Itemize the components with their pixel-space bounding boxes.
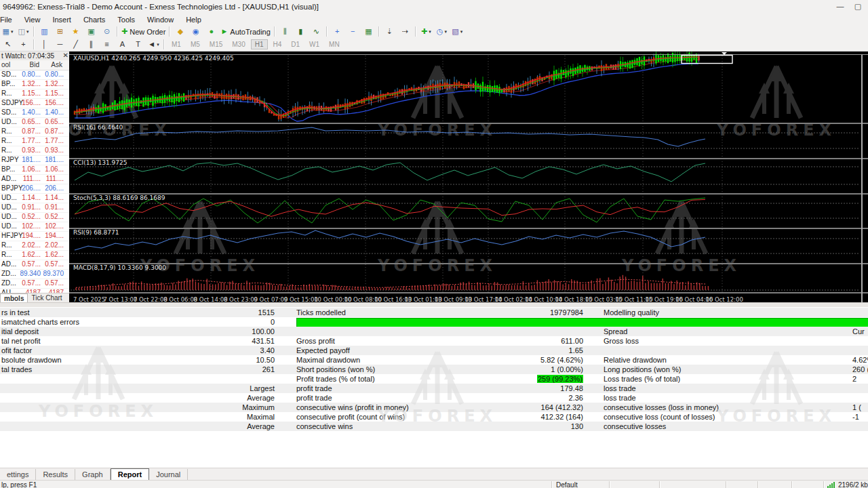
menu-file[interactable]: File xyxy=(0,16,18,24)
line-chart-button[interactable]: ∿ xyxy=(309,25,323,38)
tester-tab-results[interactable]: Results xyxy=(36,469,75,481)
tester-tab-ettings[interactable]: ettings xyxy=(0,469,36,481)
timeframe-mn[interactable]: MN xyxy=(325,39,344,49)
horizontal-line-tool[interactable]: ─ xyxy=(53,38,67,51)
metaeditor-button[interactable]: ◆ xyxy=(173,25,187,38)
column-ask[interactable]: Ask xyxy=(51,61,62,68)
timeframe-m5[interactable]: M5 xyxy=(186,39,204,49)
close-icon[interactable]: ✕ xyxy=(63,52,68,60)
channel-tool[interactable]: ∥ xyxy=(84,38,98,51)
time-axis-label[interactable]: 8 Oct 14:00 xyxy=(194,296,228,302)
timeframe-m1[interactable]: M1 xyxy=(167,39,185,49)
cursor-tool[interactable]: ↖ xyxy=(1,38,15,51)
timeframe-w1[interactable]: W1 xyxy=(305,39,323,49)
market-watch-row[interactable]: UD...102....102.... xyxy=(0,222,69,232)
market-watch-row[interactable]: SD...0.80...0.80... xyxy=(0,70,69,80)
text-tool[interactable]: A xyxy=(115,38,130,51)
column-symbol[interactable]: ool xyxy=(1,61,10,68)
market-watch-row[interactable]: BP...1.32...1.32... xyxy=(0,79,69,89)
market-watch-row[interactable]: HFJPY194....194.... xyxy=(0,231,69,241)
time-axis-label[interactable]: 8 Oct 23:00 xyxy=(224,296,258,302)
market-watch-row[interactable]: SD...1.40...1.40... xyxy=(0,108,69,118)
market-watch-tab-mbols[interactable]: mbols xyxy=(0,293,28,303)
tester-tab-journal[interactable]: Journal xyxy=(149,469,188,481)
arrows-dropdown[interactable]: ◄▾ xyxy=(146,38,161,51)
market-watch-row[interactable]: R...1.15...1.15... xyxy=(0,89,69,99)
chart-shift-toggle[interactable]: ⇢ xyxy=(398,25,412,38)
new-order-button[interactable]: ✚New Order xyxy=(121,25,166,38)
timeframe-d1[interactable]: D1 xyxy=(287,39,304,49)
market-watch-row[interactable]: BPJPY206....206.... xyxy=(0,184,69,194)
pane-separator[interactable] xyxy=(69,263,868,264)
auto-scroll-toggle[interactable]: ⇣ xyxy=(382,25,397,38)
navigator-toggle[interactable]: ★ xyxy=(68,25,83,38)
vertical-line-tool[interactable]: │ xyxy=(37,38,52,51)
time-axis-label[interactable]: 16 Oct 12:00 xyxy=(705,296,743,302)
timeframe-h4[interactable]: H4 xyxy=(269,39,286,49)
terminal-toggle[interactable]: ▣ xyxy=(84,25,98,38)
profiles-dropdown[interactable]: ◫▾ xyxy=(16,25,31,38)
fibonacci-tool[interactable]: ≡ xyxy=(100,38,114,51)
status-profile[interactable]: Default xyxy=(556,481,578,488)
expert-advisors-button[interactable]: ◉ xyxy=(189,25,203,38)
market-watch-row[interactable]: R...2.02...2.02... xyxy=(0,241,69,251)
label-tool[interactable]: T xyxy=(131,38,145,51)
menu-view[interactable]: View xyxy=(18,16,47,24)
market-watch-toggle[interactable]: ▥ xyxy=(37,25,52,38)
market-watch-row[interactable]: UD...0.91...0.91... xyxy=(0,203,69,213)
market-watch-row[interactable]: AD...111....111.... xyxy=(0,174,69,184)
market-watch-tab-tick-chart[interactable]: Tick Chart xyxy=(28,293,65,303)
periods-dropdown[interactable]: ◷▾ xyxy=(435,25,449,38)
chart-window[interactable]: YOFOREXYOFOREXYOFOREXYOFOREXYOFOREXYOFOR… xyxy=(69,52,868,302)
market-watch-row[interactable]: R...1.62...1.62... xyxy=(0,250,69,260)
pane-separator[interactable] xyxy=(69,158,868,159)
market-watch-row[interactable]: ZD...89.34089.370 xyxy=(0,269,69,279)
maximize-button[interactable]: ▢ xyxy=(850,2,865,12)
data-window-toggle[interactable]: ⊞ xyxy=(53,25,67,38)
indicators-dropdown[interactable]: ✚▾ xyxy=(419,25,433,38)
market-watch-row[interactable]: BP...1.06...1.06... xyxy=(0,165,69,175)
market-watch-row[interactable]: RJPY181....181.... xyxy=(0,155,69,165)
timeframe-h1[interactable]: H1 xyxy=(251,39,268,49)
tester-tab-graph[interactable]: Graph xyxy=(75,469,111,481)
menu-insert[interactable]: Insert xyxy=(46,16,77,24)
new-chart-dropdown[interactable]: ▦▾ xyxy=(1,25,15,38)
trendline-tool[interactable]: ╱ xyxy=(68,38,83,51)
time-axis-label[interactable]: 9 Oct 15:00 xyxy=(284,296,318,302)
market-watch-row[interactable]: R...0.87...0.87... xyxy=(0,127,69,137)
market-watch-row[interactable]: UD...1.14...1.14... xyxy=(0,193,69,203)
pane-separator[interactable] xyxy=(69,292,868,293)
time-axis-label[interactable]: 7 Oct 13:00 xyxy=(103,296,137,302)
bar-chart-button[interactable]: ⫼ xyxy=(278,25,292,38)
pane-separator[interactable] xyxy=(69,123,868,124)
chart-canvas[interactable]: YOFOREXYOFOREXYOFOREXYOFOREXYOFOREXYOFOR… xyxy=(69,52,868,302)
zoom-out-button[interactable]: − xyxy=(346,25,360,38)
market-watch-row[interactable]: R...1.77...1.77... xyxy=(0,136,69,146)
menu-help[interactable]: Help xyxy=(180,16,208,24)
timeframe-m15[interactable]: M15 xyxy=(205,39,226,49)
menu-charts[interactable]: Charts xyxy=(77,16,111,24)
scripts-button[interactable]: ● xyxy=(204,25,218,38)
tile-windows-button[interactable]: ▦ xyxy=(361,25,376,38)
time-axis-label[interactable]: 7 Oct 22:00 xyxy=(134,296,167,302)
timeframe-m30[interactable]: M30 xyxy=(228,39,249,49)
time-axis-label[interactable]: 8 Oct 06:00 xyxy=(163,296,197,302)
templates-dropdown[interactable]: ▧▾ xyxy=(450,25,465,38)
time-axis-label[interactable]: 7 Oct 2025 xyxy=(73,296,105,302)
pane-separator[interactable] xyxy=(69,228,868,229)
market-watch-header[interactable]: t Watch: 07:04:35 ✕ xyxy=(0,52,71,61)
market-watch-row[interactable]: UD...0.52...0.52... xyxy=(0,212,69,222)
time-axis-label[interactable]: 9 Oct 07:00 xyxy=(254,296,288,302)
autotrading-button[interactable]: ►AutoTrading xyxy=(220,25,271,38)
crosshair-tool[interactable]: + xyxy=(16,38,31,51)
market-watch-row[interactable]: AU41874187 xyxy=(0,288,69,293)
pane-separator[interactable] xyxy=(69,193,868,195)
market-watch-row[interactable]: AD...0.57...0.57... xyxy=(0,260,69,270)
zoom-in-button[interactable]: + xyxy=(330,25,344,38)
minimize-button[interactable]: — xyxy=(833,2,848,12)
menu-tools[interactable]: Tools xyxy=(111,16,141,24)
column-bid[interactable]: Bid xyxy=(30,61,39,68)
market-watch-row[interactable]: R...0.93...0.93... xyxy=(0,146,69,156)
market-watch-row[interactable]: ZD...0.57...0.57... xyxy=(0,279,69,289)
market-watch-row[interactable]: SDJPY156....156.... xyxy=(0,98,69,108)
